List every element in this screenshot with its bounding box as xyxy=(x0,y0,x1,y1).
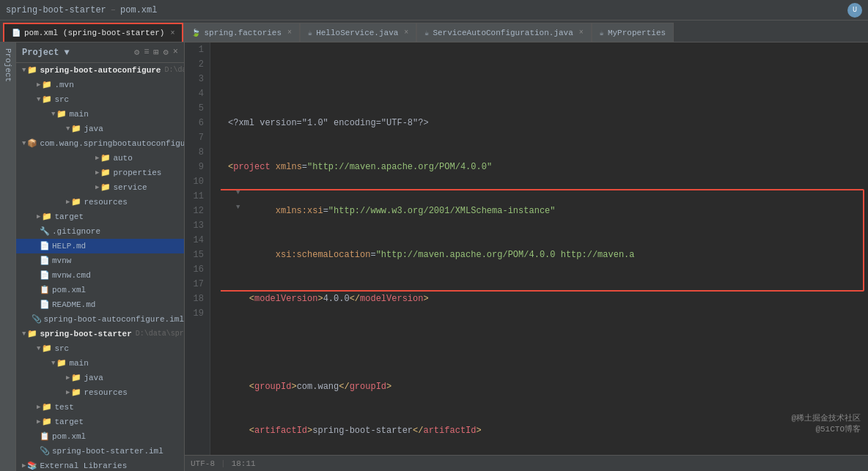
fold-icon-12[interactable]: ▼ xyxy=(236,204,240,211)
tab-close-hello[interactable]: × xyxy=(404,29,408,37)
tree-item-package-auto[interactable]: ▼ 📦 com.wang.springbootautoconfigure xyxy=(16,136,184,151)
tree-item-ext-libraries[interactable]: ▶ 📚 External Libraries xyxy=(16,459,184,471)
code-line-7: <groupId>com.wang</groupId> xyxy=(228,379,868,394)
layout-icon[interactable]: ≡ xyxy=(144,47,149,58)
tree-item-src-starter[interactable]: ▼ 📁 src xyxy=(16,341,184,356)
editor-content[interactable]: 1 2 3 4 5 6 7 8 9 10 11 12 13 14 15 16 1 xyxy=(185,42,868,455)
title-file: pom.xml xyxy=(120,5,157,15)
tab-close-pom-xml[interactable]: × xyxy=(170,29,174,37)
tree-item-pom-xml-auto[interactable]: 📋 pom.xml xyxy=(16,283,184,297)
tab-hello-icon: ☕ xyxy=(308,29,312,37)
tab-close-service[interactable]: × xyxy=(579,29,584,37)
tab-my-properties[interactable]: ☕ MyProperties xyxy=(592,23,674,42)
tree-item-autoconfigure[interactable]: ▼ 📁 spring-boot-autoconfigure D:\data\sp… xyxy=(16,63,184,78)
tab-properties-icon: ☕ xyxy=(600,29,604,37)
line-numbers: 1 2 3 4 5 6 7 8 9 10 11 12 13 14 15 16 1 xyxy=(185,42,210,455)
tree-item-mvn[interactable]: ▶ 📁 .mvn xyxy=(16,78,184,92)
tree-item-java-auto[interactable]: ▼ 📁 java xyxy=(16,122,184,136)
tab-xml-icon: 📄 xyxy=(12,29,21,37)
tab-service-auto-config-label: ServiceAutoConfiguration.java xyxy=(433,29,573,37)
tree-item-properties-folder[interactable]: ▶ 📁 properties xyxy=(16,166,184,180)
tab-pom-xml[interactable]: 📄 pom.xml (spring-boot-starter) × xyxy=(3,23,183,42)
code-line-5: <modelVersion>4.0.0</modelVersion> xyxy=(228,292,868,306)
tab-bar: 📄 pom.xml (spring-boot-starter) × 🍃 spri… xyxy=(0,21,868,42)
status-encoding: UTF-8 xyxy=(191,459,215,468)
tab-factories-icon: 🍃 xyxy=(191,29,200,37)
gear-icon[interactable]: ⚙ xyxy=(163,47,169,58)
tab-my-properties-label: MyProperties xyxy=(608,29,666,37)
expand-icon[interactable]: ⊞ xyxy=(153,47,158,58)
sidebar-panel: Project Project ▼ ⚙ ≡ ⊞ ⚙ × ▼ 📁 spri xyxy=(0,42,185,471)
watermark-line2: @51CTO博客 xyxy=(791,423,861,434)
tab-hello-service-label: HelloService.java xyxy=(316,29,398,37)
code-line-1: <?xml version="1.0" encoding="UTF-8"?> xyxy=(228,116,868,130)
code-line-4: xsi:schemaLocation="http://maven.apache.… xyxy=(228,248,868,262)
tree-root: ▼ 📁 spring-boot-autoconfigure D:\data\sp… xyxy=(16,63,184,471)
tree-item-pom-xml-starter[interactable]: 📋 pom.xml xyxy=(16,429,184,444)
title-project: spring-boot-starter xyxy=(6,5,106,15)
tree-item-starter[interactable]: ▼ 📁 spring-boot-starter D:\data\spring-b… xyxy=(16,327,184,341)
tree-item-mvnw-cmd[interactable]: 📄 mvnw.cmd xyxy=(16,268,184,283)
code-line-3: xmlns:xsi="http://www.w3.org/2001/XMLSch… xyxy=(228,204,868,218)
status-line-col: 18:11 xyxy=(232,459,256,468)
code-line-8: <artifactId>spring-boot-starter</artifac… xyxy=(228,423,868,438)
autoconfigure-name: spring-boot-autoconfigure xyxy=(40,63,161,78)
editor-wrapper: 1 2 3 4 5 6 7 8 9 10 11 12 13 14 15 16 1 xyxy=(185,42,868,455)
tree-item-mvnw[interactable]: 📄 mvnw xyxy=(16,253,184,268)
avatar-initial: U xyxy=(853,6,857,14)
tree-item-starter-iml[interactable]: 📎 spring-boot-starter.iml xyxy=(16,444,184,459)
status-bar: UTF-8 | 18:11 xyxy=(185,455,868,471)
tree-item-target-starter[interactable]: ▶ 📁 target xyxy=(16,415,184,429)
settings-icon[interactable]: ⚙ xyxy=(134,47,139,58)
tree-item-help-md[interactable]: 📄 HELP.md xyxy=(16,239,184,253)
tree-item-service-folder[interactable]: ▶ 📁 service xyxy=(16,180,184,195)
sidebar: Project ▼ ⚙ ≡ ⊞ ⚙ × ▼ 📁 spring-boot-auto… xyxy=(16,42,185,471)
main-area: Project Project ▼ ⚙ ≡ ⊞ ⚙ × ▼ 📁 spri xyxy=(0,42,868,471)
tree-item-test-starter[interactable]: ▶ 📁 test xyxy=(16,400,184,415)
sidebar-header: Project ▼ ⚙ ≡ ⊞ ⚙ × xyxy=(16,42,184,63)
tree-item-main-auto[interactable]: ▼ 📁 main xyxy=(16,107,184,122)
editor: 1 2 3 4 5 6 7 8 9 10 11 12 13 14 15 16 1 xyxy=(185,42,868,471)
project-tab-label: Project xyxy=(4,48,12,82)
code-area[interactable]: <?xml version="1.0" encoding="UTF-8"?> <… xyxy=(221,42,868,455)
tab-spring-factories-label: spring.factories xyxy=(204,29,282,37)
project-tab-vertical[interactable]: Project xyxy=(0,42,16,471)
watermark-line1: @稀土掘金技术社区 xyxy=(791,412,861,423)
tree-item-main-starter[interactable]: ▼ 📁 main xyxy=(16,356,184,371)
tab-close-factories[interactable]: × xyxy=(287,29,292,37)
tree-item-src-auto[interactable]: ▼ 📁 src xyxy=(16,92,184,107)
tree-item-gitignore[interactable]: 🔧 .gitignore xyxy=(16,224,184,239)
tree-item-java-starter[interactable]: ▶ 📁 java xyxy=(16,371,184,385)
code-line-2: <project xmlns="http://maven.apache.org/… xyxy=(228,160,868,174)
watermark: @稀土掘金技术社区 @51CTO博客 xyxy=(791,412,861,434)
tab-spring-factories[interactable]: 🍃 spring.factories × xyxy=(183,23,300,42)
close-sidebar-icon[interactable]: × xyxy=(173,47,178,58)
tab-hello-service[interactable]: ☕ HelloService.java × xyxy=(300,23,416,42)
title-separator: – xyxy=(111,5,116,15)
title-bar: spring-boot-starter – pom.xml U xyxy=(0,0,868,21)
tree-item-resources-auto[interactable]: ▶ 📁 resources xyxy=(16,195,184,209)
tree-item-readme-md[interactable]: 📄 README.md xyxy=(16,297,184,312)
sidebar-dropdown[interactable]: Project ▼ xyxy=(22,48,70,58)
tab-service-icon: ☕ xyxy=(424,29,429,37)
tree-item-auto-folder[interactable]: ▶ 📁 auto xyxy=(16,151,184,166)
sidebar-header-icons: ⚙ ≡ ⊞ ⚙ × xyxy=(134,47,178,58)
avatar: U xyxy=(847,3,862,18)
status-sep1: | xyxy=(221,459,226,468)
tab-pom-xml-label: pom.xml (spring-boot-starter) xyxy=(24,29,164,37)
code-line-6 xyxy=(228,335,868,350)
tree-item-auto-iml[interactable]: 📎 spring-boot-autoconfigure.iml xyxy=(16,312,184,327)
tree-item-target-auto[interactable]: ▶ 📁 target xyxy=(16,209,184,224)
fold-icon-11[interactable]: ▼ xyxy=(236,189,240,196)
tree-item-resources-starter[interactable]: ▶ 📁 resources xyxy=(16,385,184,400)
tab-service-auto-config[interactable]: ☕ ServiceAutoConfiguration.java × xyxy=(416,23,591,42)
